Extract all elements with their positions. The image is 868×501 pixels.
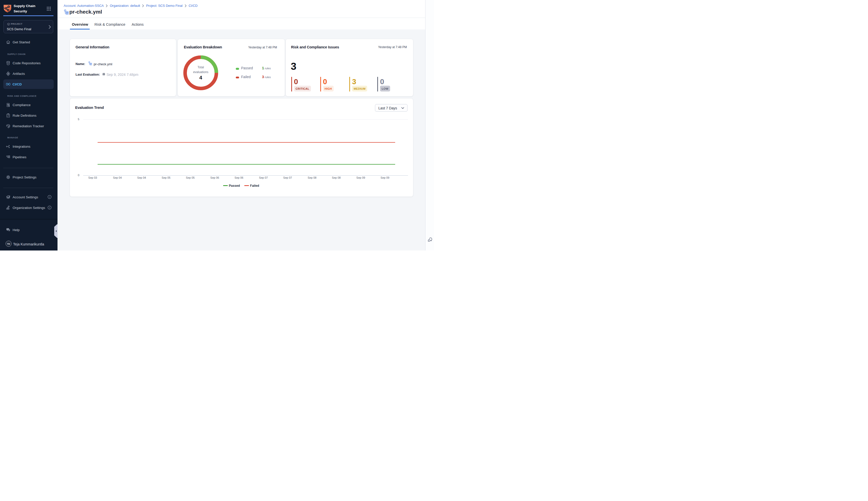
svg-text:?: ? [7, 228, 8, 230]
